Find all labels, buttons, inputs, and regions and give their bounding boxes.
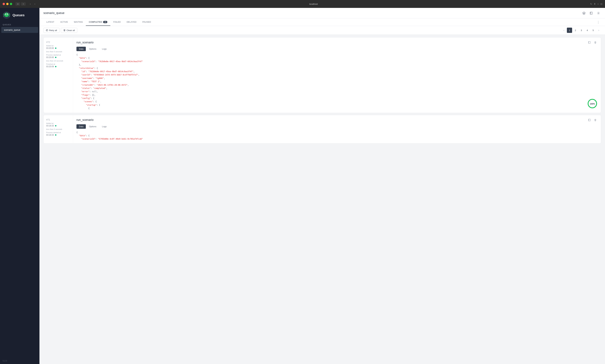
job-id-71: #71	[46, 118, 70, 121]
sub-tab-logs-71[interactable]: Logs	[100, 124, 109, 129]
job-name-71: run_scenario	[77, 118, 93, 122]
page-4-button[interactable]: 4	[585, 28, 590, 33]
add-tab-icon[interactable]: +	[597, 3, 599, 5]
tabs-bar: LATEST ACTIVE WAITING COMPLETED 45 FAILE…	[39, 18, 605, 26]
sidebar-section-queues: QUEUES	[0, 22, 39, 27]
titlebar-right-actions: ↻ ⬆ + ⊡	[590, 3, 602, 5]
svg-rect-14	[588, 41, 590, 43]
close-button[interactable]	[3, 3, 5, 5]
app-title: Queues	[13, 13, 25, 17]
sidebar-toggle-btn[interactable]: ⊞	[15, 2, 20, 6]
svg-rect-17	[588, 119, 590, 121]
sidebar-version: 5.2.0	[0, 358, 39, 364]
svg-point-4	[5, 14, 6, 14]
tab-failed[interactable]: FAILED	[110, 18, 124, 26]
job-card-71: #71 Added at 03:18:33 less than 5 second…	[43, 115, 601, 143]
tab-completed[interactable]: COMPLETED 45	[86, 18, 110, 26]
nav-forward-button[interactable]: ›	[33, 2, 37, 6]
sub-tab-logs-72[interactable]: Logs	[100, 47, 109, 51]
nav-back-button[interactable]: ‹	[28, 2, 32, 6]
job-content-72: run_scenario	[73, 38, 601, 113]
svg-rect-12	[590, 12, 592, 14]
job-actions-72	[587, 40, 598, 45]
job-added-value: 03:20:00	[46, 47, 70, 49]
prev-page-button[interactable]: ‹	[562, 28, 566, 33]
next-page-button[interactable]: ›	[596, 28, 601, 33]
tab-active[interactable]: ACTIVE	[57, 18, 71, 26]
job-time-note-2-72: less than 10 seconds	[46, 60, 70, 62]
job-finished-value: 03:20:09	[46, 65, 70, 68]
fullscreen-button[interactable]	[10, 3, 12, 5]
job-card-72: #72 Added at 03:20:00 less than 5 second…	[43, 37, 601, 113]
completed-badge: 45	[103, 21, 107, 23]
job-json-71: { "data": { "scenarioId": "5795b80e-4c0f…	[77, 131, 598, 141]
job-meta-71: #71 Added at 03:18:33 less than 5 second…	[44, 115, 73, 143]
job-process-dot-71	[55, 134, 56, 136]
sub-tabs-71: Data Options Logs	[77, 124, 598, 129]
job-delete-button-72[interactable]	[593, 40, 598, 45]
layers-icon[interactable]	[581, 11, 587, 16]
job-finished-dot-72	[55, 66, 56, 67]
job-process-label: Process started at	[46, 54, 70, 56]
sidebar-queue-name: scenario_queue	[4, 29, 20, 31]
page-3-button[interactable]: 3	[579, 28, 584, 33]
job-content-header-71: run_scenario	[77, 118, 598, 122]
job-time-note-1-71: less than 5 seconds	[46, 128, 70, 130]
page-title: scenario_queue	[43, 11, 64, 15]
spider-logo-icon	[3, 11, 11, 19]
main-content: scenario_queue	[39, 8, 605, 364]
job-name-72: run_scenario	[77, 41, 93, 44]
pagination: ‹ 1 2 3 4 5 ›	[562, 28, 601, 33]
job-json-72: { "data": { "scenarioId": "762b0e8e-0917…	[77, 53, 598, 110]
job-finished-row: Finished at 03:20:09	[46, 63, 70, 68]
svg-point-1	[4, 13, 9, 17]
tabs-icon[interactable]: ⊡	[600, 3, 602, 5]
page-2-button[interactable]: 2	[573, 28, 578, 33]
tab-delayed[interactable]: DELAYED	[124, 18, 139, 26]
toolbar: Retry all Clean all ‹ 1 2 3 4 5 ›	[39, 26, 605, 35]
sub-tab-options-72[interactable]: Options	[87, 47, 99, 51]
sidebar-toggle[interactable]: ⊞ ▾	[15, 2, 26, 6]
job-finished-label: Finished at	[46, 63, 70, 65]
sidebar-logo-area: Queues	[0, 8, 39, 22]
progress-label-72: 100%	[590, 103, 595, 105]
minimize-button[interactable]	[6, 3, 9, 5]
sub-tab-data-72[interactable]: Data	[77, 47, 86, 51]
svg-point-5	[7, 14, 8, 14]
job-status-dot-72	[55, 48, 56, 49]
tab-paused[interactable]: PAUSED	[139, 18, 154, 26]
trash-icon	[63, 29, 65, 31]
job-meta-72: #72 Added at 03:20:00 less than 5 second…	[44, 38, 73, 113]
url-bar[interactable]: localhost	[39, 3, 588, 5]
job-delete-button-71[interactable]	[593, 118, 598, 122]
share-icon[interactable]: ⬆	[594, 3, 596, 5]
job-added-label-71: Added at	[46, 122, 70, 124]
sidebar-toggle-arrow[interactable]: ▾	[21, 2, 26, 6]
sub-tabs-72: Data Options Logs	[77, 47, 598, 51]
job-process-row-71: Process started at 03:18:33	[46, 131, 70, 136]
retry-all-button[interactable]: Retry all	[43, 28, 60, 33]
sub-tab-data-71[interactable]: Data	[77, 124, 86, 129]
page-1-button[interactable]: 1	[567, 28, 572, 33]
job-content-header-72: run_scenario	[77, 40, 598, 45]
settings-icon[interactable]	[596, 11, 601, 16]
titlebar: ⊞ ▾ ‹ › localhost ↻ ⬆ + ⊡	[0, 0, 605, 8]
job-expand-button-71[interactable]	[587, 118, 592, 122]
job-added-at-row: Added at 03:20:00	[46, 45, 70, 49]
job-status-dot-71	[55, 125, 56, 126]
clean-all-button[interactable]: Clean all	[61, 28, 77, 33]
job-process-value: 03:20:00	[46, 56, 70, 59]
tab-latest[interactable]: LATEST	[43, 18, 57, 26]
expand-icon[interactable]	[589, 11, 594, 16]
reload-icon[interactable]: ↻	[590, 3, 592, 5]
job-expand-button-72[interactable]	[587, 40, 592, 45]
job-added-label: Added at	[46, 45, 70, 47]
page-5-button[interactable]: 5	[591, 28, 596, 33]
job-added-value-71: 03:18:33	[46, 125, 70, 127]
job-time-note-1-72: less than 5 seconds	[46, 51, 70, 52]
tab-waiting[interactable]: WAITING	[71, 18, 86, 26]
sub-tab-options-71[interactable]: Options	[87, 124, 99, 129]
job-added-at-row-71: Added at 03:18:33	[46, 122, 70, 127]
sidebar-item-scenario-queue[interactable]: scenario_queue	[1, 27, 38, 33]
tabs-more-button[interactable]: ⋮	[595, 19, 601, 25]
